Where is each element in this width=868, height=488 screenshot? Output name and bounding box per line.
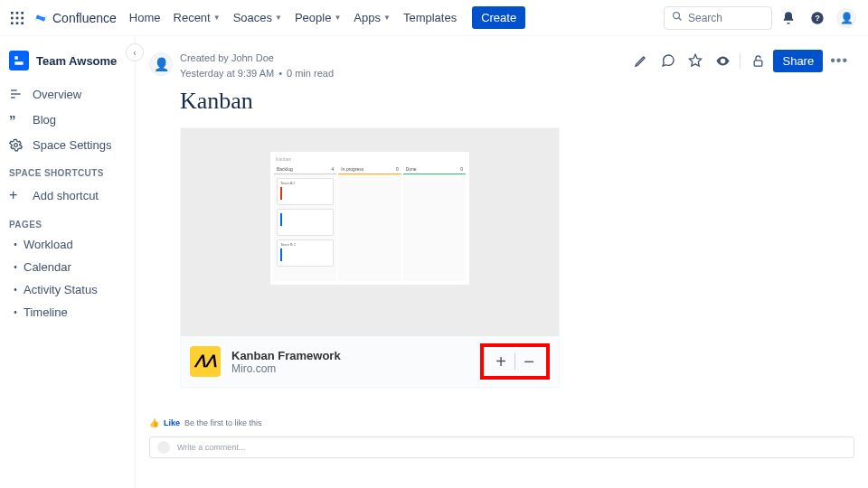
- svg-rect-6: [11, 22, 14, 24]
- add-shortcut-button[interactable]: + Add shortcut: [5, 182, 129, 209]
- comment-avatar: [157, 441, 170, 454]
- embed-source: Miro.com: [231, 362, 341, 375]
- miro-icon: ɅɅ: [190, 346, 221, 377]
- page-title: Kanban: [180, 88, 854, 115]
- svg-rect-2: [21, 12, 24, 14]
- search-placeholder: Search: [688, 12, 722, 24]
- space-icon: [9, 51, 29, 70]
- app-switcher-icon[interactable]: [9, 10, 25, 26]
- plus-icon: +: [9, 187, 27, 203]
- svg-rect-5: [21, 16, 24, 19]
- sidebar: ‹ Team Awsome Overview ” Blog Space Sett…: [0, 36, 136, 488]
- like-status: Be the first to like this: [184, 418, 262, 427]
- search-input[interactable]: Search: [664, 6, 772, 30]
- share-button[interactable]: Share: [773, 50, 823, 72]
- zoom-in-button[interactable]: +: [491, 352, 511, 371]
- svg-line-10: [679, 18, 682, 21]
- svg-rect-19: [754, 60, 762, 65]
- gear-icon: [9, 138, 27, 152]
- comment-input[interactable]: Write a comment...: [149, 436, 854, 458]
- svg-marker-17: [690, 54, 702, 66]
- confluence-logo[interactable]: Confluence: [33, 10, 117, 26]
- top-nav: Confluence Home Recent▼ Soaces▼ People▼ …: [0, 0, 868, 36]
- space-header[interactable]: Team Awsome: [5, 45, 129, 76]
- svg-point-16: [14, 144, 18, 147]
- help-icon[interactable]: ?: [805, 5, 830, 31]
- restrictions-icon[interactable]: [746, 49, 769, 72]
- thumbs-up-icon[interactable]: 👍: [149, 418, 159, 427]
- svg-rect-3: [11, 16, 14, 19]
- space-name: Team Awsome: [36, 54, 117, 68]
- nav-spaces[interactable]: Soaces▼: [233, 11, 282, 24]
- like-button[interactable]: Like: [164, 418, 180, 427]
- divider: [740, 52, 741, 69]
- chevron-down-icon: ▼: [334, 14, 341, 22]
- notifications-icon[interactable]: [776, 5, 801, 31]
- nav-people[interactable]: People▼: [295, 11, 341, 24]
- search-icon: [672, 11, 683, 24]
- create-button[interactable]: Create: [472, 6, 525, 29]
- sidebar-item-blog[interactable]: ” Blog: [5, 107, 129, 133]
- nav-recent[interactable]: Recent▼: [174, 11, 221, 24]
- page-tree-item[interactable]: Workload: [9, 233, 129, 256]
- author-name: John Doe: [231, 52, 274, 63]
- comment-icon[interactable]: [656, 49, 680, 72]
- like-row: 👍 Like Be the first to like this: [149, 418, 854, 427]
- page-tree-item[interactable]: Calendar: [9, 256, 129, 278]
- more-actions-icon[interactable]: •••: [826, 52, 852, 69]
- nav-templates[interactable]: Templates: [403, 11, 457, 24]
- chevron-down-icon: ▼: [383, 14, 391, 22]
- svg-rect-1: [16, 12, 19, 14]
- pages-heading: PAGES: [5, 209, 129, 233]
- page-tree-item[interactable]: Timeline: [9, 301, 129, 324]
- page-actions: Share •••: [629, 49, 852, 72]
- sidebar-item-overview[interactable]: Overview: [5, 81, 129, 107]
- chevron-down-icon: ▼: [213, 14, 221, 22]
- watch-icon[interactable]: [711, 49, 734, 72]
- nav-home[interactable]: Home: [129, 11, 161, 24]
- nav-apps[interactable]: Apps▼: [354, 11, 391, 24]
- blog-icon: ”: [9, 112, 27, 127]
- star-icon[interactable]: [684, 49, 707, 72]
- shortcuts-heading: SPACE SHORTCUTS: [5, 157, 129, 182]
- author-avatar[interactable]: 👤: [149, 52, 173, 76]
- sidebar-item-space-settings[interactable]: Space Settings: [5, 133, 129, 157]
- comment-placeholder: Write a comment...: [177, 443, 245, 452]
- svg-point-9: [674, 13, 680, 19]
- embed-preview[interactable]: Kanban Backlog4 Team A 2 Team B 2: [181, 128, 559, 336]
- miro-embed: Kanban Backlog4 Team A 2 Team B 2: [180, 127, 560, 388]
- read-time: 0 min read: [287, 68, 334, 79]
- overview-icon: [9, 87, 27, 101]
- edit-icon[interactable]: [629, 49, 653, 72]
- svg-point-18: [722, 60, 724, 62]
- svg-rect-0: [11, 12, 14, 14]
- chevron-down-icon: ▼: [275, 14, 282, 22]
- svg-rect-8: [21, 22, 24, 24]
- svg-text:?: ?: [815, 14, 820, 23]
- svg-rect-4: [16, 16, 19, 19]
- product-name: Confluence: [52, 11, 117, 25]
- embed-title: Kanban Framework: [231, 349, 341, 362]
- zoom-out-button[interactable]: −: [519, 352, 539, 371]
- svg-rect-7: [16, 22, 19, 24]
- profile-avatar[interactable]: 👤: [834, 5, 859, 31]
- page-timestamp: Yesterday at 9:39 AM: [180, 68, 274, 79]
- page-tree-item[interactable]: Activity Status: [9, 278, 129, 301]
- zoom-controls: + −: [480, 343, 550, 380]
- main-content: Share ••• 👤 Created by John Doe Yesterda…: [136, 36, 868, 488]
